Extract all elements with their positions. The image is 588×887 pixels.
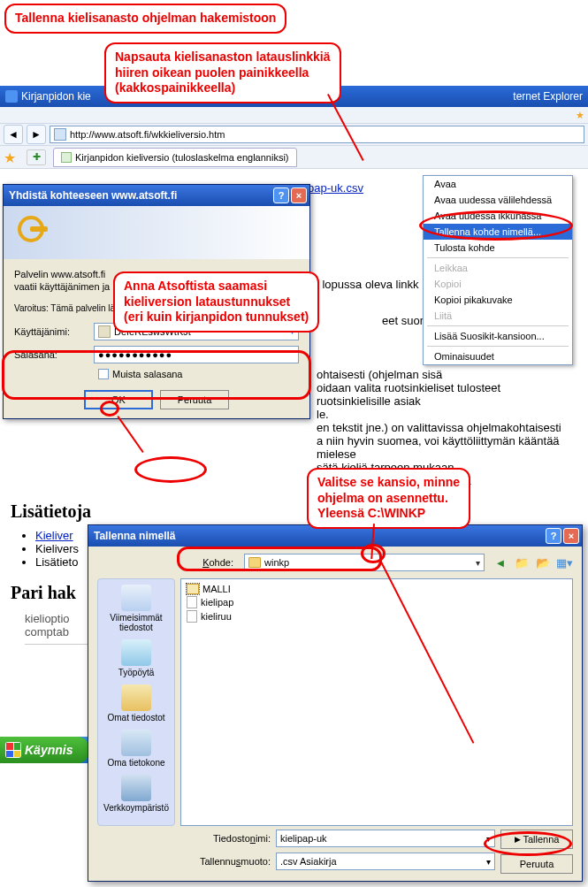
ctx-copy-shortcut[interactable]: Kopioi pikakuvake [424, 292, 572, 308]
network-icon [121, 775, 151, 801]
annotation-3: Anna Atsoftista saamasi kieliversion lat… [113, 271, 319, 333]
chevron-down-icon[interactable]: ▾ [486, 834, 491, 844]
ctx-open-window[interactable]: Avaa uudessa ikkunassa [424, 208, 572, 224]
url-text: http://www.atsoft.fi/wkkieliversio.htm [70, 129, 225, 140]
page-icon [54, 128, 66, 141]
ie-favbar: ★ ✚ Kirjanpidon kieliversio (tuloslaskel… [0, 146, 588, 169]
folder-up-icon[interactable]: 📁 [513, 554, 531, 571]
folder-icon [187, 584, 199, 594]
annotation-2: Napsauta kielisanaston latauslinkkiä hii… [104, 42, 341, 103]
password-value: ●●●●●●●●●●● [98, 349, 172, 360]
mycomputer-icon [121, 730, 151, 756]
page-text-fragment: a niin hyvin suomea, voi käyttöliittymän… [317, 434, 577, 461]
ctx-open[interactable]: Avaa [424, 176, 572, 192]
ctx-cut: Leikkaa [424, 260, 572, 276]
ctx-separator [427, 257, 569, 258]
file-item[interactable]: kieliruu [185, 609, 569, 623]
filename-label: Tiedostonimi: [175, 833, 271, 844]
page-text-fragment: oidaan valita ruotsinkieliset tulosteet … [317, 381, 577, 408]
ctx-properties[interactable]: Ominaisuudet [424, 348, 572, 364]
ie-navbar: ◄ ► http://www.atsoft.fi/wkkieliversio.h… [0, 123, 588, 146]
start-button[interactable]: Käynnis [0, 737, 88, 763]
filetype-label: Tallennusmuoto: [175, 856, 271, 867]
save-as-dialog: Tallenna nimellä ? × KKohde:ohde: winkp … [88, 524, 583, 882]
help-button[interactable]: ? [546, 528, 561, 544]
ctx-copy: Kopioi [424, 276, 572, 292]
ctx-open-tab[interactable]: Avaa uudessa välilehdessä [424, 192, 572, 208]
heading-lisatietoja: Lisätietoja [11, 501, 577, 522]
ctx-separator [427, 346, 569, 347]
keys-icon [14, 214, 51, 251]
add-fav-button[interactable]: ✚ [27, 149, 46, 165]
mydocs-icon [121, 684, 151, 711]
remember-checkbox[interactable] [98, 369, 109, 379]
remember-row[interactable]: Muista salasana [98, 369, 299, 379]
fav-star-icon[interactable]: ★ [570, 108, 583, 120]
place-mydocs[interactable]: Omat tiedostot [107, 684, 164, 723]
ie-title-left: Kirjanpidon kie [21, 90, 91, 103]
remember-label: Muista salasana [112, 369, 183, 379]
file-item[interactable]: kielipap [185, 595, 569, 609]
page-text-fragment: ohtaisesti (ohjelman sisä [317, 368, 577, 381]
ctx-add-favorites[interactable]: Lisää Suosikit-kansioon... [424, 328, 572, 344]
place-network[interactable]: Verkkoympäristö [103, 775, 169, 813]
filename-input[interactable]: kielipap-uk ▾ [276, 830, 495, 847]
cancel-button[interactable]: Peruuta [160, 390, 229, 409]
browser-tab[interactable]: Kirjanpidon kieliversio (tuloslaskelma e… [53, 148, 297, 167]
chevron-down-icon[interactable]: ▾ [476, 558, 480, 568]
recent-icon [121, 585, 151, 611]
place-mycomputer[interactable]: Oma tietokone [107, 730, 164, 768]
taskbar: Käynnis [0, 737, 88, 763]
save-title: Tallenna nimellä [94, 530, 175, 542]
context-menu: Avaa Avaa uudessa välilehdessä Avaa uude… [423, 175, 573, 365]
ctx-save-target-as[interactable]: Tallenna kohde nimellä... [424, 224, 572, 240]
file-icon [187, 610, 197, 623]
nav-back-button[interactable]: ◄ [4, 125, 23, 144]
tab-title: Kirjanpidon kieliversio (tuloslaskelma e… [75, 152, 289, 163]
desktop-icon [121, 639, 151, 666]
ie-icon [5, 90, 18, 103]
annotation-1: Tallenna kielisanasto ohjelman hakemisto… [4, 4, 286, 34]
ok-button[interactable]: OK [84, 390, 153, 409]
tab-icon [61, 152, 72, 163]
nav-fwd-button[interactable]: ► [27, 125, 46, 144]
favorites-star-icon[interactable]: ★ [4, 149, 19, 165]
cancel-button[interactable]: Peruuta [500, 854, 573, 874]
auth-titlebar[interactable]: Yhdistä kohteeseen www.atsoft.fi ? × [4, 185, 309, 206]
ctx-print-target[interactable]: Tulosta kohde [424, 240, 572, 256]
place-recent[interactable]: Viimeisimmät tiedostot [100, 585, 172, 632]
view-menu-icon[interactable]: ▦▾ [555, 554, 573, 571]
close-button[interactable]: × [291, 187, 307, 203]
password-input[interactable]: ●●●●●●●●●●● [94, 346, 299, 363]
page-text-fragment: en tekstit jne.) on valittavissa ohjelma… [317, 421, 577, 434]
folder-icon [248, 557, 261, 568]
places-bar: Viimeisimmät tiedostot Työpöytä Omat tie… [97, 578, 175, 826]
file-icon [187, 596, 197, 608]
link[interactable]: Kieliver [35, 529, 73, 542]
save-button[interactable]: ▶Tallenna [500, 830, 573, 849]
windows-logo-icon [5, 742, 21, 758]
save-titlebar[interactable]: Tallenna nimellä ? × [88, 525, 582, 547]
file-list[interactable]: MALLI kielipap kieliruu [180, 578, 573, 826]
chevron-down-icon[interactable]: ▾ [486, 857, 491, 867]
ie-title-right: ternet Explorer [513, 90, 583, 103]
password-label: Salasana: [14, 349, 94, 360]
filetype-select[interactable]: .csv Asiakirja ▾ [276, 853, 495, 870]
place-desktop[interactable]: Työpöytä [118, 639, 155, 677]
annotation-4: Valitse se kansio, minne ohjelma on asen… [307, 468, 470, 529]
ie-menubar[interactable]: ★ [0, 107, 588, 123]
kohde-select[interactable]: winkp ▾ [244, 554, 485, 571]
user-icon [98, 325, 111, 338]
kohde-label: KKohde:ohde: [175, 557, 237, 568]
address-bar[interactable]: http://www.atsoft.fi/wkkieliversio.htm [50, 126, 584, 143]
auth-title: Yhdistä kohteeseen www.atsoft.fi [9, 189, 177, 202]
auth-banner [4, 206, 309, 259]
nav-back-icon[interactable]: ◄ [492, 554, 509, 571]
help-button[interactable]: ? [273, 187, 289, 203]
ctx-paste: Liitä [424, 308, 572, 324]
username-label: Käyttäjänimi: [14, 326, 94, 337]
new-folder-icon[interactable]: 📂 [534, 554, 552, 571]
file-item-folder[interactable]: MALLI [185, 583, 569, 595]
kohde-value: winkp [264, 557, 289, 568]
close-button[interactable]: × [563, 528, 579, 544]
